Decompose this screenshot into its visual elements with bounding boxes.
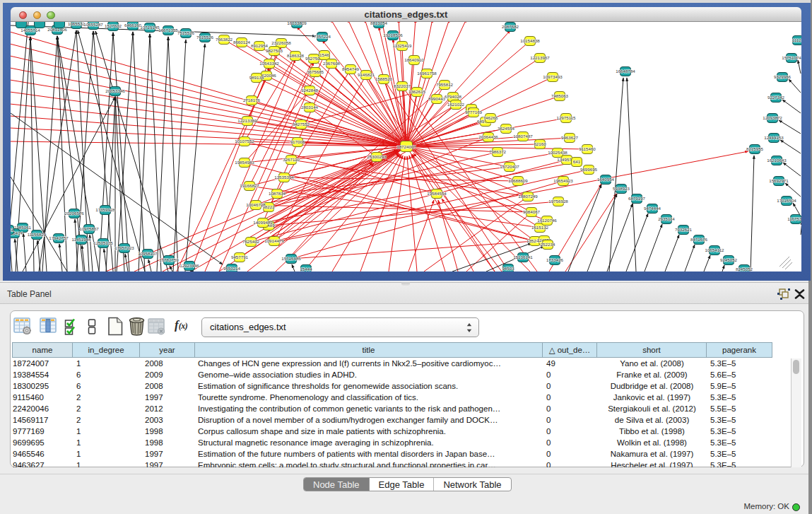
svg-text:8245052: 8245052: [736, 267, 753, 271]
svg-text:1167533: 1167533: [787, 216, 801, 221]
svg-text:10688609: 10688609: [508, 178, 528, 183]
svg-text:9650214: 9650214: [223, 266, 241, 271]
svg-text:18724007: 18724007: [396, 144, 416, 149]
svg-text:6794028: 6794028: [445, 94, 462, 99]
svg-text:23226058: 23226058: [271, 40, 291, 45]
svg-text:2935114: 2935114: [658, 216, 675, 221]
svg-text:9463627: 9463627: [561, 135, 579, 140]
svg-text:19854983: 19854983: [235, 160, 254, 165]
svg-text:1527602: 1527602: [105, 23, 122, 28]
svg-text:9777169: 9777169: [465, 110, 483, 115]
svg-text:14099489: 14099489: [253, 220, 273, 225]
svg-text:12213369: 12213369: [237, 118, 257, 123]
svg-text:17942757: 17942757: [49, 235, 69, 240]
svg-text:16961758: 16961758: [417, 71, 437, 76]
svg-text:15444: 15444: [300, 267, 312, 271]
svg-text:7625402: 7625402: [242, 239, 260, 244]
svg-text:8660124: 8660124: [233, 40, 251, 45]
svg-text:11156829: 11156829: [28, 232, 47, 237]
svg-text:8471676: 8471676: [690, 237, 708, 242]
svg-text:8215955: 8215955: [746, 146, 764, 151]
svg-text:10154838: 10154838: [520, 38, 540, 43]
svg-text:20206576: 20206576: [64, 211, 84, 216]
svg-text:15751074: 15751074: [782, 55, 801, 60]
svg-text:10914479: 10914479: [264, 238, 284, 243]
svg-text:16782759: 16782759: [159, 257, 179, 262]
svg-text:3675685: 3675685: [307, 69, 324, 74]
svg-text:9191: 9191: [11, 227, 13, 232]
svg-text:1546: 1546: [319, 52, 329, 57]
svg-text:10719145: 10719145: [140, 25, 160, 30]
svg-text:10025438: 10025438: [548, 150, 567, 155]
svg-text:19166827: 19166827: [240, 183, 259, 188]
svg-text:12444153: 12444153: [764, 135, 784, 140]
svg-text:746266: 746266: [483, 115, 498, 120]
svg-text:2803144: 2803144: [301, 105, 319, 110]
svg-text:9227342: 9227342: [767, 95, 785, 100]
svg-text:6879197: 6879197: [628, 196, 646, 201]
svg-text:15716485: 15716485: [281, 256, 301, 261]
svg-text:12975115: 12975115: [556, 115, 576, 120]
svg-text:9242848: 9242848: [301, 88, 319, 93]
svg-text:9699695: 9699695: [580, 167, 598, 172]
svg-text:17016504: 17016504: [777, 198, 796, 203]
svg-text:2367608: 2367608: [323, 61, 341, 66]
svg-text:1588520: 1588520: [375, 76, 393, 81]
svg-text:19654923: 19654923: [553, 178, 573, 183]
svg-text:62160: 62160: [534, 141, 546, 146]
svg-text:2718176: 2718176: [243, 98, 261, 103]
svg-text:9084067: 9084067: [523, 209, 541, 214]
svg-text:9245052: 9245052: [720, 257, 738, 262]
svg-text:252234: 252234: [541, 242, 555, 247]
svg-text:2087682: 2087682: [502, 24, 519, 29]
svg-text:10543342: 10543342: [259, 61, 279, 66]
svg-text:12923446: 12923446: [180, 263, 199, 268]
svg-text:15692971: 15692971: [769, 178, 789, 183]
svg-text:7032621: 7032621: [675, 227, 693, 232]
svg-text:7485063: 7485063: [551, 93, 569, 98]
svg-text:16033809: 16033809: [287, 22, 307, 25]
svg-text:7515526: 7515526: [177, 30, 195, 35]
svg-text:10654112: 10654112: [705, 247, 724, 252]
svg-text:13535394: 13535394: [274, 175, 294, 180]
svg-text:1733426: 1733426: [546, 257, 564, 262]
svg-text:11451944: 11451944: [71, 237, 91, 242]
svg-text:7357224: 7357224: [314, 34, 331, 39]
svg-text:12505135: 12505135: [93, 240, 113, 245]
svg-text:25300293: 25300293: [367, 154, 387, 159]
svg-text:11325419: 11325419: [392, 43, 412, 48]
svg-text:7986372: 7986372: [489, 149, 507, 154]
svg-text:10973493: 10973493: [543, 74, 563, 79]
svg-text:641: 641: [573, 159, 581, 164]
svg-text:5938923: 5938923: [613, 186, 630, 191]
svg-text:8813054: 8813054: [370, 22, 388, 25]
svg-text:917006: 917006: [290, 139, 305, 144]
svg-text:10107552: 10107552: [235, 139, 254, 144]
svg-text:9457791: 9457791: [231, 255, 249, 259]
svg-text:16671355: 16671355: [158, 28, 178, 33]
svg-text:8186328: 8186328: [287, 53, 305, 58]
svg-text:8454749: 8454749: [342, 66, 360, 71]
svg-text:3624554: 3624554: [498, 126, 515, 131]
svg-text:10807487: 10807487: [513, 134, 533, 139]
svg-text:9146821: 9146821: [358, 72, 375, 77]
svg-text:17359928: 17359928: [95, 207, 115, 212]
svg-text:18807249: 18807249: [518, 194, 538, 199]
svg-text:9115460: 9115460: [579, 146, 596, 151]
svg-text:1640954: 1640954: [597, 177, 615, 182]
svg-text:17957223: 17957223: [114, 245, 134, 250]
svg-text:6466160: 6466160: [124, 23, 142, 28]
svg-text:10046728: 10046728: [246, 202, 266, 207]
svg-text:10975867: 10975867: [79, 226, 99, 231]
svg-text:10958107: 10958107: [138, 251, 158, 256]
svg-text:8912954: 8912954: [251, 43, 269, 48]
svg-text:12093872: 12093872: [763, 115, 782, 120]
svg-text:16648784: 16648784: [616, 69, 635, 74]
svg-text:1621022: 1621022: [447, 102, 465, 107]
svg-text:9474444: 9474444: [644, 206, 661, 211]
svg-text:9329966: 9329966: [774, 74, 792, 79]
svg-text:9427552: 9427552: [293, 122, 310, 127]
svg-text:20364436: 20364436: [478, 134, 498, 139]
svg-text:18640910: 18640910: [404, 57, 424, 62]
svg-text:16120746: 16120746: [537, 218, 557, 223]
